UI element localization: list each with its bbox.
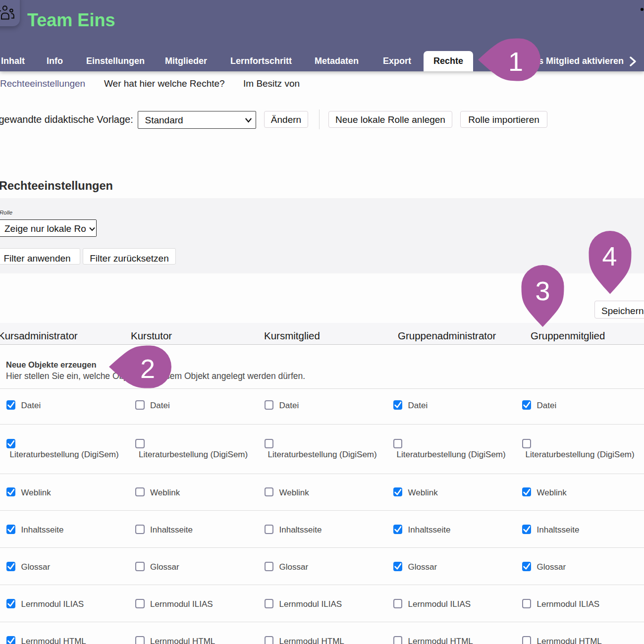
svg-text:1: 1 [508, 47, 523, 76]
svg-text:2: 2 [140, 354, 155, 383]
svg-text:4: 4 [602, 241, 617, 271]
svg-text:3: 3 [535, 276, 550, 306]
